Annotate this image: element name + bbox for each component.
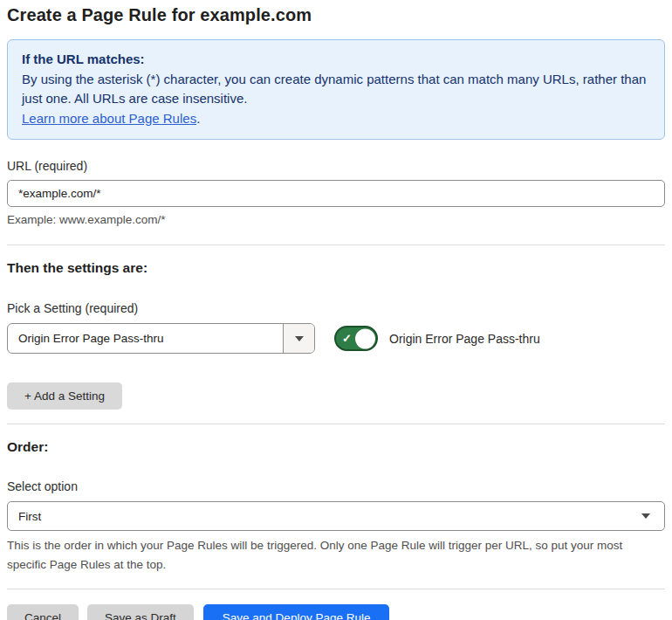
url-match-info-box: If the URL matches: By using the asteris…	[7, 39, 665, 140]
add-setting-button[interactable]: + Add a Setting	[7, 382, 122, 410]
chevron-triangle	[641, 513, 650, 519]
divider	[7, 245, 665, 245]
check-icon: ✓	[342, 333, 352, 344]
info-box-heading: If the URL matches:	[22, 50, 650, 70]
divider	[7, 589, 665, 589]
url-example-helper: Example: www.example.com/*	[7, 213, 665, 226]
url-input[interactable]	[7, 180, 665, 207]
setting-select[interactable]: Origin Error Page Pass-thru	[7, 323, 315, 354]
setting-select-value: Origin Error Page Pass-thru	[8, 324, 283, 353]
toggle-label: Origin Error Page Pass-thru	[389, 332, 540, 346]
chevron-down-icon[interactable]	[283, 324, 314, 353]
page-rule-form: Create a Page Rule for example.com If th…	[0, 0, 672, 620]
divider	[7, 424, 665, 424]
save-as-draft-button[interactable]: Save as Draft	[87, 604, 194, 620]
order-select-value: First	[8, 502, 641, 530]
cancel-button[interactable]: Cancel	[7, 604, 79, 620]
order-select-label: Select option	[7, 479, 665, 493]
url-field-label: URL (required)	[7, 159, 665, 173]
order-helper-text: This is the order in which your Page Rul…	[7, 536, 653, 574]
chevron-down-icon	[641, 502, 664, 530]
learn-more-link[interactable]: Learn more about Page Rules	[22, 111, 196, 126]
info-box-body: By using the asterisk (*) character, you…	[22, 70, 650, 109]
pick-setting-label: Pick a Setting (required)	[7, 301, 665, 315]
save-and-deploy-button[interactable]: Save and Deploy Page Rule	[203, 604, 390, 620]
order-section-heading: Order:	[7, 439, 665, 455]
setting-row: Origin Error Page Pass-thru ✓ Origin Err…	[7, 323, 665, 354]
chevron-triangle	[295, 336, 304, 341]
toggle-knob	[355, 328, 375, 348]
origin-error-toggle[interactable]: ✓	[334, 326, 378, 351]
footer-actions: Cancel Save as Draft Save and Deploy Pag…	[7, 604, 665, 620]
page-title: Create a Page Rule for example.com	[7, 5, 665, 25]
link-suffix: .	[196, 111, 200, 126]
order-select[interactable]: First	[7, 501, 665, 531]
settings-section-heading: Then the settings are:	[7, 260, 665, 276]
info-box-link-line: Learn more about Page Rules.	[22, 109, 650, 129]
